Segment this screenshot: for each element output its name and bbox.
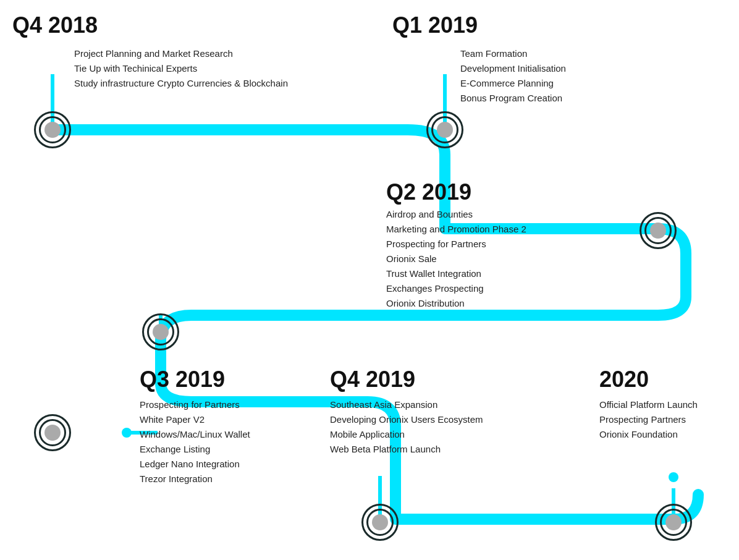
node-inner-circle xyxy=(650,223,666,239)
list-item: Orionix Distribution xyxy=(386,296,526,311)
roadmap-container: Q4 2018 Project Planning and Market Rese… xyxy=(0,0,739,560)
q2-2019-node xyxy=(640,212,677,249)
list-item: Prospecting for Partners xyxy=(140,397,250,412)
list-item: Exchanges Prospecting xyxy=(386,281,526,296)
list-item: Trust Wallet Integration xyxy=(386,266,526,281)
list-item: Southeast Asia Expansion xyxy=(330,397,483,412)
node-inner-circle xyxy=(153,324,169,340)
list-item: White Paper V2 xyxy=(140,412,250,427)
q3-2019-items: Prospecting for Partners White Paper V2 … xyxy=(140,397,250,486)
node-inner-circle xyxy=(44,122,61,138)
q2-2019-label: Q2 2019 xyxy=(386,179,471,205)
q3-2019-main-node xyxy=(34,414,71,451)
q1-2019-node xyxy=(426,111,463,148)
q1-2019-label: Q1 2019 xyxy=(392,12,478,38)
2020-node xyxy=(655,504,692,541)
q1-2019-items: Team Formation Development Initialisatio… xyxy=(460,46,566,106)
node-inner-circle xyxy=(372,514,388,530)
list-item: Windows/Mac/Linux Wallet xyxy=(140,427,250,442)
list-item: Tie Up with Techinical Experts xyxy=(74,61,288,76)
q4-2018-items: Project Planning and Market Research Tie… xyxy=(74,46,288,91)
q3-2019-label: Q3 2019 xyxy=(140,367,225,392)
2020-items: Official Platform Launch Prospecting Par… xyxy=(599,397,698,442)
list-item: Exchange Listing xyxy=(140,442,250,457)
q2-2019-items: Airdrop and Bounties Marketing and Promo… xyxy=(386,207,526,311)
q4-2018-node xyxy=(34,111,71,148)
list-item: Study infrastructure Crypto Currencies &… xyxy=(74,76,288,91)
list-item: Official Platform Launch xyxy=(599,397,698,412)
node-inner-circle xyxy=(437,122,453,138)
node-inner-circle xyxy=(44,425,61,441)
list-item: Marketing and Promotion Phase 2 xyxy=(386,222,526,237)
list-item: Orionix Sale xyxy=(386,252,526,266)
q4-2018-label: Q4 2018 xyxy=(12,12,98,38)
2020-label: 2020 xyxy=(599,367,649,392)
list-item: E-Commerce Planning xyxy=(460,76,566,91)
list-item: Ledger Nano Integration xyxy=(140,457,250,472)
q4-2019-items: Southeast Asia Expansion Developing Orio… xyxy=(330,397,483,457)
list-item: Airdrop and Bounties xyxy=(386,207,526,222)
list-item: Prospecting for Partners xyxy=(386,237,526,252)
list-item: Trezor Integration xyxy=(140,472,250,486)
q3-2019-top-node xyxy=(142,313,179,350)
list-item: Mobile Application xyxy=(330,427,483,442)
list-item: Team Formation xyxy=(460,46,566,61)
q4-2019-node xyxy=(361,504,399,541)
list-item: Web Beta Platform Launch xyxy=(330,442,483,457)
list-item: Bonus Program Creation xyxy=(460,91,566,106)
q3-2019-dot xyxy=(122,428,132,438)
list-item: Orionix Foundation xyxy=(599,427,698,442)
list-item: Developing Orionix Users Ecosystem xyxy=(330,412,483,427)
q4-2019-label: Q4 2019 xyxy=(330,367,415,392)
q2-2019-dot xyxy=(585,224,594,234)
list-item: Project Planning and Market Research xyxy=(74,46,288,61)
node-inner-circle xyxy=(665,514,682,530)
2020-dot xyxy=(669,472,678,482)
list-item: Prospecting Partners xyxy=(599,412,698,427)
list-item: Development Initialisation xyxy=(460,61,566,76)
